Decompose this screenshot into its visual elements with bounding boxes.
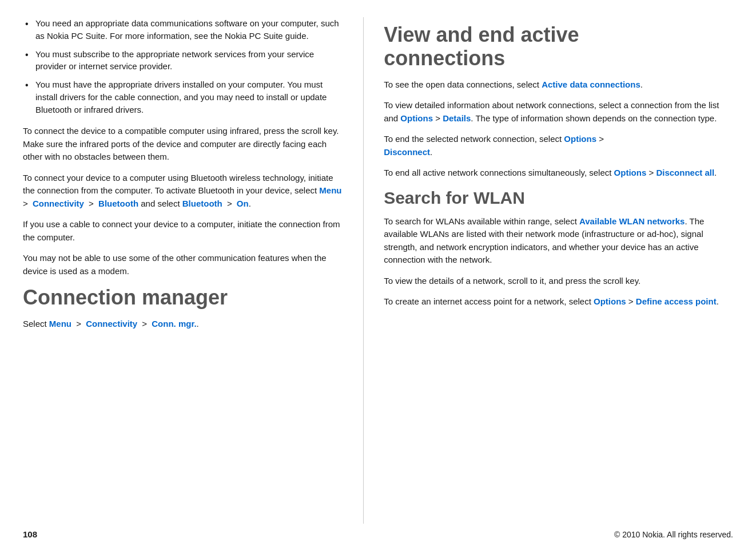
view-heading-line2: connections: [384, 46, 505, 70]
wlan-access-point-para: To create an internet access point for a…: [384, 295, 733, 308]
and-select: and select: [138, 199, 182, 208]
page: You need an appropriate data communicati…: [0, 0, 756, 546]
wlan-search-para: To search for WLANs available within ran…: [384, 215, 733, 267]
view-para1-end: .: [640, 80, 643, 89]
bullet-item-1: You need an appropriate data communicati…: [23, 17, 346, 42]
bullet-list: You need an appropriate data communicati…: [23, 17, 346, 116]
bluetooth-para-pre: To connect your device to a computer usi…: [23, 173, 333, 196]
connectivity-link[interactable]: Connectivity: [33, 199, 84, 208]
conn-sep1: >: [74, 319, 83, 329]
para2-end: .: [249, 199, 251, 208]
view-para3-end: .: [430, 147, 432, 157]
view-details-para: To view detailed information about netwo…: [384, 99, 733, 125]
view-options-link-2[interactable]: Options: [564, 134, 596, 144]
wlan-sep1: >: [626, 296, 636, 306]
menu-link-1[interactable]: Menu: [319, 185, 341, 195]
sep1: >: [23, 199, 30, 208]
bullet-item-2: You must subscribe to the appropriate ne…: [23, 48, 346, 73]
wlan-options-link[interactable]: Options: [594, 296, 626, 306]
modem-paragraph: You may not be able to use some of the o…: [23, 252, 346, 278]
conn-manager-select: Select Menu > Connectivity > Conn. mgr..: [23, 318, 346, 331]
bluetooth-link-2[interactable]: Bluetooth: [182, 199, 222, 208]
view-options-link-3[interactable]: Options: [614, 168, 647, 177]
wlan-para1-pre: To search for WLANs available within ran…: [384, 216, 579, 226]
view-para4-pre: To end all active network connections si…: [384, 168, 614, 177]
conn-menu-link[interactable]: Menu: [49, 319, 71, 329]
view-para4-end: .: [714, 168, 717, 177]
active-data-connections-link[interactable]: Active data connections: [542, 80, 640, 89]
view-heading: View and end active connections: [384, 23, 733, 70]
view-sep1: >: [433, 113, 443, 123]
view-heading-line1: View and end active: [384, 23, 579, 46]
sep3: >: [225, 199, 234, 208]
view-options-link-1[interactable]: Options: [400, 113, 433, 123]
page-number: 108: [23, 529, 37, 539]
disconnect-all-link[interactable]: Disconnect all: [656, 168, 714, 177]
bluetooth-link-1[interactable]: Bluetooth: [98, 199, 138, 208]
conn-mgr-link[interactable]: Conn. mgr.: [152, 319, 196, 329]
cable-paragraph: If you use a cable to connect your devic…: [23, 218, 346, 244]
disconnect-para: To end the selected network connection, …: [384, 133, 733, 159]
disconnect-all-para: To end all active network connections si…: [384, 167, 733, 180]
copyright-text: © 2010 Nokia. All rights reserved.: [614, 530, 733, 539]
view-details-link[interactable]: Details: [443, 113, 471, 123]
bluetooth-paragraph: To connect your device to a computer usi…: [23, 172, 346, 211]
view-para1-pre: To see the open data connections, select: [384, 80, 542, 89]
view-para2-end: . The type of information shown depends …: [471, 113, 717, 123]
view-para4-sep1: >: [646, 168, 656, 177]
view-para3-sep1: >: [596, 134, 604, 144]
define-access-point-link[interactable]: Define access point: [636, 296, 717, 306]
on-link[interactable]: On: [237, 199, 249, 208]
sep2: >: [86, 199, 96, 208]
wlan-para3-pre: To create an internet access point for a…: [384, 296, 594, 306]
conn-select-pre: Select: [23, 319, 49, 329]
conn-sep2: >: [140, 319, 149, 329]
infrared-paragraph: To connect the device to a compatible co…: [23, 125, 346, 164]
right-column: View and end active connections To see t…: [364, 17, 733, 524]
conn-manager-heading: Connection manager: [23, 286, 346, 309]
active-data-connections-para: To see the open data connections, select…: [384, 78, 733, 92]
disconnect-link[interactable]: Disconnect: [384, 147, 430, 157]
left-column: You need an appropriate data communicati…: [23, 17, 364, 524]
footer: 108 © 2010 Nokia. All rights reserved.: [0, 524, 756, 546]
content-area: You need an appropriate data communicati…: [0, 0, 756, 524]
wlan-heading: Search for WLAN: [384, 188, 733, 208]
available-wlan-link[interactable]: Available WLAN networks: [579, 216, 685, 226]
bullet-item-3: You must have the appropriate drivers in…: [23, 78, 346, 116]
conn-connectivity-link[interactable]: Connectivity: [86, 319, 137, 329]
wlan-para3-end: .: [717, 296, 719, 306]
conn-end: .: [197, 319, 199, 329]
wlan-scroll-para: To view the details of a network, scroll…: [384, 275, 733, 288]
view-para3-pre: To end the selected network connection, …: [384, 134, 564, 144]
